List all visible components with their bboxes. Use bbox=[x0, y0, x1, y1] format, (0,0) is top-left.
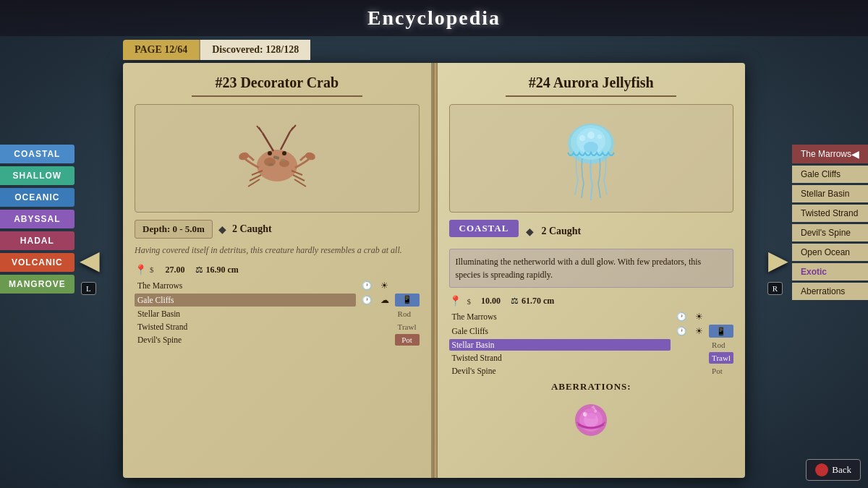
left-loc-cliffs-time: 🕐 bbox=[359, 294, 375, 307]
right-loc-gale-cliffs: Gale Cliffs bbox=[449, 325, 671, 338]
left-loc-marrows-method bbox=[395, 279, 420, 292]
discovered-count: Discovered: 128/128 bbox=[199, 40, 310, 60]
nav-arrow-right[interactable]: ▶ bbox=[768, 245, 788, 275]
back-label: Back bbox=[832, 464, 851, 476]
right-price: 10.00 bbox=[481, 296, 501, 307]
ctrl-hint-left: L bbox=[81, 282, 96, 295]
left-loc-the-marrows: The Marrows bbox=[135, 279, 356, 292]
right-sidebar-locations: The Marrows ◀ Gale Cliffs Stellar Basin … bbox=[792, 145, 868, 300]
aberrations-title: ABERRATIONS: bbox=[449, 381, 734, 393]
right-loc-basin-c1 bbox=[673, 339, 689, 351]
right-diamond: ◆ bbox=[526, 226, 534, 238]
filter-oceanic[interactable]: OCEANIC bbox=[0, 188, 75, 207]
page-number: PAGE 12/64 bbox=[123, 40, 199, 60]
title-bar: Encyclopedia bbox=[0, 0, 868, 36]
right-size-icon: ⚖ bbox=[511, 296, 519, 307]
right-page: #24 Aurora Jellyfish bbox=[438, 63, 746, 478]
right-loc-cliffs-method: 📱 bbox=[709, 325, 733, 338]
left-loc-devils-spine: Devil's Spine bbox=[135, 334, 356, 346]
svg-point-0 bbox=[257, 150, 297, 181]
back-button[interactable]: Back bbox=[806, 459, 861, 481]
left-price-label: $ bbox=[150, 265, 154, 274]
loc-btn-open-ocean[interactable]: Open Ocean bbox=[792, 244, 868, 261]
right-creature-image bbox=[449, 104, 734, 213]
left-loc-cliffs-method: 📱 bbox=[395, 294, 420, 307]
left-description: Having covered itself in detritus, this … bbox=[135, 244, 420, 257]
right-loc-stellar-basin: Stellar Basin bbox=[449, 339, 671, 351]
page-header: PAGE 12/64 Discovered: 128/128 bbox=[123, 40, 745, 60]
filter-volcanic[interactable]: VOLCANIC bbox=[0, 253, 75, 272]
left-price: 27.00 bbox=[166, 265, 185, 275]
right-loc-twisted-strand: Twisted Strand bbox=[449, 352, 671, 364]
left-entry-title: #23 Decorator Crab bbox=[135, 74, 420, 91]
loc-btn-the-marrows[interactable]: The Marrows ◀ bbox=[792, 145, 868, 163]
right-loc-twisted-c1 bbox=[673, 352, 689, 364]
nav-arrow-left[interactable]: ◀ bbox=[80, 245, 100, 275]
left-size: 16.90 cm bbox=[206, 265, 239, 275]
ctrl-hint-right: R bbox=[767, 282, 783, 295]
left-locations-grid: The Marrows 🕐 ☀ Gale Cliffs 🕐 ☁ 📱 Stella… bbox=[135, 279, 420, 346]
right-loc-spine-c2 bbox=[692, 365, 706, 377]
right-loc-the-marrows: The Marrows bbox=[449, 310, 671, 323]
left-loc-spine-c2 bbox=[378, 334, 392, 346]
right-entry-title: #24 Aurora Jellyfish bbox=[449, 74, 734, 91]
svg-point-28 bbox=[587, 132, 595, 139]
left-loc-marrows-weather: ☀ bbox=[378, 279, 392, 292]
filter-abyssal[interactable]: ABYSSAL bbox=[0, 210, 75, 228]
filter-coastal[interactable]: COASTAL bbox=[0, 145, 75, 163]
right-loc-marrows-time: 🕐 bbox=[673, 310, 689, 323]
left-creature-image bbox=[135, 104, 420, 213]
right-caught: 2 Caught bbox=[541, 226, 581, 237]
left-loc-twisted-strand: Twisted Strand bbox=[135, 321, 356, 333]
svg-point-18 bbox=[282, 151, 286, 155]
loc-btn-twisted-strand[interactable]: Twisted Strand bbox=[792, 205, 868, 222]
left-loc-twisted-c1 bbox=[359, 321, 375, 333]
left-diamond: ◆ bbox=[218, 223, 226, 236]
left-depth: Depth: 0 - 5.0m bbox=[135, 220, 213, 239]
right-loc-cliffs-time: 🕐 bbox=[673, 325, 689, 338]
back-circle-icon bbox=[815, 463, 828, 476]
right-description: Illuminating the netherworld with a dull… bbox=[449, 249, 734, 288]
left-loc-spine-method: Pot bbox=[395, 334, 420, 346]
loc-btn-devils-spine[interactable]: Devil's Spine bbox=[792, 224, 868, 241]
svg-point-27 bbox=[597, 134, 602, 139]
aberrations-section: ABERRATIONS: bbox=[449, 381, 734, 443]
svg-line-6 bbox=[281, 132, 290, 150]
right-locations-grid: The Marrows 🕐 ☀ Gale Cliffs 🕐 ☀ 📱 Stella… bbox=[449, 310, 734, 377]
filter-hadal[interactable]: HADAL bbox=[0, 231, 75, 250]
right-price-label: $ bbox=[467, 297, 472, 306]
loc-btn-aberrations[interactable]: Aberrations bbox=[792, 283, 868, 300]
left-loc-cliffs-weather: ☁ bbox=[378, 294, 392, 307]
left-loc-twisted-c2 bbox=[378, 321, 392, 333]
left-caught: 2 Caught bbox=[232, 223, 272, 235]
loc-btn-gale-cliffs[interactable]: Gale Cliffs bbox=[792, 166, 868, 183]
aurora-jellyfish-illustration bbox=[555, 115, 627, 202]
left-loc-basin-c2 bbox=[378, 308, 392, 320]
right-loc-devils-spine: Devil's Spine bbox=[449, 365, 671, 377]
right-zone-badge: COASTAL bbox=[449, 220, 519, 237]
book-container: ◀ L ▶ R PAGE 12/64 Discovered: 128/128 #… bbox=[123, 40, 745, 481]
svg-rect-21 bbox=[268, 163, 273, 166]
left-loc-basin-c1 bbox=[359, 308, 375, 320]
encyclopedia-title: Encyclopedia bbox=[367, 7, 501, 30]
aberration-gem-illustration bbox=[569, 397, 613, 440]
loc-btn-exotic[interactable]: Exotic bbox=[792, 263, 868, 281]
right-loc-spine-method: Pot bbox=[709, 365, 733, 377]
left-loc-gale-cliffs: Gale Cliffs bbox=[135, 294, 356, 307]
book-spread: #23 Decorator Crab bbox=[123, 63, 745, 478]
left-sidebar-filters: COASTAL SHALLOW OCEANIC ABYSSAL HADAL VO… bbox=[0, 145, 75, 294]
right-info-strip: 📍 $ 10.00 ⚖ 61.70 cm bbox=[449, 295, 734, 307]
filter-shallow[interactable]: SHALLOW bbox=[0, 166, 75, 185]
filter-mangrove[interactable]: MANGROVE bbox=[0, 275, 75, 294]
loc-btn-stellar-basin[interactable]: Stellar Basin bbox=[792, 185, 868, 202]
decorator-crab-illustration bbox=[234, 119, 320, 198]
svg-point-17 bbox=[268, 151, 272, 155]
left-loc-basin-method: Rod bbox=[395, 308, 420, 320]
right-loc-twisted-method: Trawl bbox=[709, 352, 733, 364]
right-loc-cliffs-weather: ☀ bbox=[692, 325, 706, 338]
svg-point-26 bbox=[579, 135, 585, 141]
right-zone-row: COASTAL ◆ 2 Caught bbox=[449, 220, 734, 243]
right-loc-icon: 📍 bbox=[449, 295, 461, 307]
left-stats-row: Depth: 0 - 5.0m ◆ 2 Caught bbox=[135, 220, 420, 239]
left-loc-twisted-method: Trawl bbox=[395, 321, 420, 333]
